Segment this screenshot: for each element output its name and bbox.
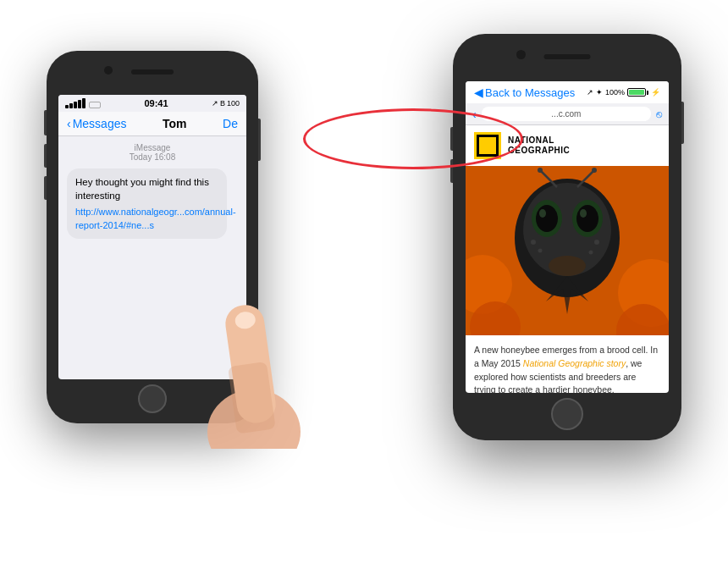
- safari-back-icon[interactable]: ‹: [472, 108, 477, 121]
- message-text: Hey thought you might find this interest…: [75, 177, 209, 201]
- ng-logo: [474, 132, 501, 159]
- svg-point-11: [539, 209, 546, 218]
- article-link[interactable]: National Geographic story: [523, 358, 626, 368]
- left-speaker: [131, 69, 174, 75]
- battery-percent: 100%: [605, 88, 625, 97]
- svg-point-17: [549, 256, 586, 276]
- imessage-label: iMessage Today 16:08: [58, 136, 246, 165]
- message-link[interactable]: http://www.nationalgeogr...com/annual-re…: [75, 206, 218, 232]
- right-speaker: [544, 54, 591, 59]
- chevron-left-icon: ‹: [67, 117, 71, 130]
- svg-point-10: [576, 205, 598, 232]
- left-volume-down: [44, 176, 47, 200]
- safari-share-icon[interactable]: ⎋: [656, 108, 662, 120]
- back-chevron-icon: ◀: [474, 86, 483, 99]
- left-volume-up: [44, 144, 47, 168]
- right-phone-screen: ◀ Back to Messages ↗ ✦ 100% ⚡ ‹ ...c.: [466, 81, 669, 393]
- ng-content: NATIONAL GEOGRAPHIC: [466, 125, 669, 393]
- iphone-right: ◀ Back to Messages ↗ ✦ 100% ⚡ ‹ ...c.: [453, 34, 681, 440]
- back-to-messages-btn[interactable]: ◀ Back to Messages: [474, 86, 575, 99]
- svg-point-9: [536, 205, 558, 232]
- right-status-icons: ↗ ✦ 100% ⚡: [587, 88, 660, 97]
- svg-point-19: [538, 249, 543, 253]
- left-home-button[interactable]: [138, 384, 167, 413]
- left-status-bar: 09:41 ↗ B 100: [58, 95, 246, 112]
- right-power-btn: [681, 102, 684, 144]
- ng-article-text: A new honeybee emerges from a brood cell…: [466, 335, 669, 393]
- svg-point-12: [580, 209, 587, 218]
- bee-illustration: [466, 166, 669, 335]
- hand-overlay: [199, 279, 309, 449]
- safari-bar: ‹ ...c.com ⎋: [466, 103, 669, 125]
- battery-icon: [627, 88, 648, 97]
- right-camera: [516, 50, 526, 59]
- location-icon-right: ↗: [587, 88, 593, 97]
- svg-point-15: [538, 168, 543, 173]
- messages-nav: ‹ Messages Tom De: [58, 112, 246, 136]
- scene: 09:41 ↗ B 100 ‹ Messages Tom De iMessage: [0, 0, 728, 580]
- svg-point-18: [531, 240, 536, 245]
- right-home-button[interactable]: [551, 398, 583, 430]
- ng-title: NATIONAL GEOGRAPHIC: [508, 135, 570, 156]
- messages-back-btn[interactable]: ‹ Messages: [67, 117, 126, 130]
- left-power-btn: [258, 119, 261, 161]
- lightning-icon: ⚡: [651, 88, 660, 97]
- hand-svg: [199, 279, 309, 449]
- bee-image: [466, 166, 669, 335]
- right-volume-up: [450, 127, 453, 151]
- back-to-messages-label: Back to Messages: [485, 86, 575, 99]
- svg-point-20: [594, 240, 599, 245]
- left-mute-btn: [44, 110, 47, 135]
- bluetooth-icon-right: ✦: [596, 88, 603, 97]
- message-bubble: Hey thought you might find this interest…: [67, 168, 227, 239]
- bluetooth-icon: B: [220, 99, 225, 108]
- left-camera: [104, 66, 113, 75]
- url-field[interactable]: ...c.com: [482, 107, 651, 121]
- contact-name: Tom: [163, 117, 187, 130]
- svg-point-21: [589, 251, 593, 255]
- right-volume-down: [450, 159, 453, 183]
- signal-strength: [65, 98, 101, 108]
- right-status-bar: ◀ Back to Messages ↗ ✦ 100% ⚡: [466, 81, 669, 103]
- location-icon: ↗: [212, 99, 218, 108]
- messages-back-label: Messages: [73, 117, 127, 130]
- left-status-icons: ↗ B 100: [212, 99, 240, 108]
- svg-point-16: [592, 168, 597, 173]
- ng-logo-inner: [477, 135, 499, 157]
- detail-button[interactable]: De: [223, 117, 238, 130]
- left-time: 09:41: [144, 98, 168, 108]
- ng-header: NATIONAL GEOGRAPHIC: [466, 125, 669, 166]
- battery-text: 100: [227, 99, 240, 108]
